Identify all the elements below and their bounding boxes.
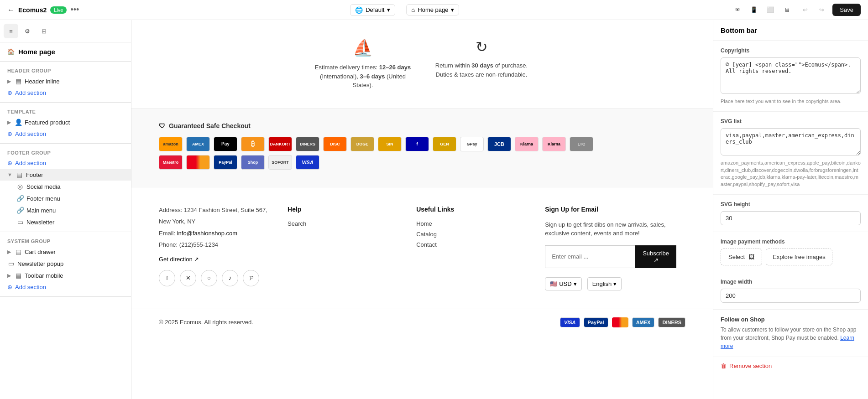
undo-button[interactable]: ↩	[798, 3, 812, 17]
remove-section-button[interactable]: 🗑 Remove section	[713, 357, 868, 375]
device-btn-eye[interactable]: 👁	[730, 3, 745, 17]
sidebar-item-toolbar-mobile[interactable]: ▶ ▤ Toolbar mobile	[0, 269, 131, 281]
copyright-text: © 2025 Ecomus. All rights reserved.	[159, 319, 253, 326]
select-button[interactable]: Select 🖼	[721, 249, 762, 265]
svg-height-input[interactable]	[721, 211, 861, 225]
redo-button[interactable]: ↪	[814, 3, 829, 17]
page-content: ⛵ Estimate delivery times: 12–26 days (I…	[131, 20, 713, 336]
shipping-item-delivery: ⛵ Estimate delivery times: 12–26 days (I…	[313, 38, 413, 90]
sidebar-apps-icon[interactable]: ⊞	[37, 24, 51, 38]
device-btn-tablet[interactable]: ⬜	[763, 3, 778, 17]
sidebar-item-footer-menu[interactable]: 🔗 Footer menu	[0, 192, 131, 204]
sidebar-system-group: System Group ▶ ▤ Cart drawer ▭ Newslette…	[0, 232, 131, 297]
theme-selector[interactable]: 🌐 Default ▾	[350, 4, 395, 16]
toolbar-mobile-label: Toolbar mobile	[25, 272, 63, 279]
payment-amex: AMEX	[186, 137, 210, 151]
chevron-right-icon: ▶	[7, 273, 11, 279]
bottom-payment-icons: VISA PayPal AMEX DINERS	[560, 317, 685, 327]
left-sidebar: ≡ ⚙ ⊞ 🏠 Home page Header Group ▶ ▤ Heade…	[0, 20, 131, 399]
footer-link-home[interactable]: Home	[416, 220, 536, 227]
currency-selector[interactable]: 🇺🇸 USD ▾	[545, 277, 581, 290]
footer-link-search[interactable]: Search	[288, 220, 407, 227]
footer-address-street: Address: 1234 Fashion Street, Suite 567,	[159, 206, 278, 215]
sidebar-settings-icon[interactable]: ⚙	[20, 24, 35, 38]
right-panel-title: Bottom bar	[721, 26, 757, 34]
panel-copyrights-section: Copyrights © [year] <span class="">Ecomu…	[713, 41, 868, 112]
sidebar-title: Home page	[18, 48, 55, 56]
live-badge: Live	[50, 6, 67, 14]
main-menu-label: Main menu	[26, 207, 56, 214]
payment-maestro: Maestro	[159, 155, 183, 170]
footer-link-contact[interactable]: Contact	[416, 241, 536, 248]
sidebar-item-social-media[interactable]: ◎ Social media	[0, 181, 131, 192]
sidebar-item-footer[interactable]: ▼ ▤ Footer	[0, 169, 131, 181]
payment-dankort: DANKORT	[268, 137, 292, 151]
image-width-input[interactable]	[721, 289, 861, 303]
sidebar-footer-group: Footer Group ⊕ Add section ▼ ▤ Footer ◎ …	[0, 144, 131, 232]
svg-list-hint: amazon_payments,american_express,apple_p…	[721, 160, 861, 188]
app-name: Ecomus2	[18, 6, 47, 14]
language-label: English	[592, 280, 612, 287]
language-selector[interactable]: English ▾	[587, 277, 622, 290]
footer-group-label: Footer Group	[0, 147, 131, 157]
svg-list-textarea[interactable]: visa,paypal,master,american_express,dine…	[721, 128, 861, 155]
grid-icon: ▤	[15, 78, 22, 85]
device-btn-desktop[interactable]: 🖥	[779, 3, 794, 17]
back-icon[interactable]: ←	[7, 6, 15, 14]
payment-mastercard	[186, 155, 210, 170]
sidebar-item-cart-drawer[interactable]: ▶ ▤ Cart drawer	[0, 246, 131, 258]
sidebar-layers-icon[interactable]: ≡	[4, 24, 18, 38]
pinterest-icon[interactable]: 𝓟	[243, 270, 259, 286]
x-icon[interactable]: ✕	[180, 270, 196, 286]
explore-images-button[interactable]: Explore free images	[766, 249, 832, 265]
email-signup-row: Subscribe ↗	[545, 245, 676, 268]
follow-text: To allow customers to follow your store …	[721, 326, 861, 350]
payment-jcb: JCB	[487, 137, 511, 151]
footer-label: Footer	[26, 171, 43, 178]
footer-direction-link[interactable]: Get direction ↗	[159, 256, 199, 263]
page-label: Home page	[418, 6, 448, 13]
copyrights-textarea[interactable]: © [year] <span class="">Ecomus</span>. A…	[721, 57, 861, 94]
shield-icon: 🛡	[159, 122, 165, 130]
sidebar-item-newsletter[interactable]: ▭ Newsletter	[0, 216, 131, 228]
plus-icon: ⊕	[7, 284, 12, 290]
footer-phone: Phone: (212)555-1234	[159, 240, 278, 249]
plus-icon: ⊕	[7, 160, 12, 166]
remove-section-label: Remove section	[729, 363, 772, 369]
bottom-mastercard-icon	[612, 317, 628, 327]
more-menu-icon[interactable]: •••	[70, 5, 79, 15]
currency-chevron: ▾	[574, 280, 577, 287]
sidebar-template-group: Template ▶ 👤 Featured product ⊕ Add sect…	[0, 103, 131, 144]
footer-link-catalog[interactable]: Catalog	[416, 231, 536, 238]
payment-dogecoin: DOGE	[350, 137, 374, 151]
sidebar-item-featured-product[interactable]: ▶ 👤 Featured product	[0, 116, 131, 128]
sidebar-item-main-menu[interactable]: 🔗 Main menu	[0, 204, 131, 216]
facebook-icon[interactable]: f	[159, 270, 175, 286]
subscribe-button[interactable]: Subscribe ↗	[635, 245, 676, 268]
sidebar-item-header-inline[interactable]: ▶ ▤ Header inline	[0, 75, 131, 87]
footer-menu-label: Footer menu	[26, 195, 60, 202]
sidebar-item-newsletter-popup[interactable]: ▭ Newsletter popup	[0, 258, 131, 269]
instagram-icon[interactable]: ○	[201, 270, 217, 286]
flag-icon: 🇺🇸	[550, 280, 557, 287]
save-button[interactable]: Save	[832, 4, 861, 16]
email-input[interactable]	[545, 245, 635, 268]
guaranteed-label: 🛡 Guaranteed Safe Checkout	[159, 122, 685, 130]
sidebar-home-icon: 🏠	[7, 48, 15, 55]
add-section-system-btn[interactable]: ⊕ Add section	[0, 281, 131, 293]
bottom-visa-icon: VISA	[560, 317, 580, 327]
header-inline-label: Header inline	[25, 78, 60, 85]
bottom-diners-icon: DINERS	[658, 317, 685, 327]
add-section-template-btn[interactable]: ⊕ Add section	[0, 128, 131, 140]
add-section-footer-top-btn[interactable]: ⊕ Add section	[0, 157, 131, 169]
topbar-center: 🌐 Default ▾ ⌂ Home page ▾	[84, 4, 725, 16]
home-page-icon: ⌂	[411, 6, 415, 13]
add-section-template-label: Add section	[15, 130, 46, 137]
device-btn-mobile-shake[interactable]: 📱	[747, 3, 761, 17]
tiktok-icon[interactable]: ♪	[222, 270, 238, 286]
panel-image-payment-section: Image payment methods Select 🖼 Explore f…	[713, 232, 868, 272]
page-selector[interactable]: ⌂ Home page ▾	[406, 4, 459, 16]
bottom-bar: © 2025 Ecomus. All rights reserved. VISA…	[131, 309, 713, 336]
payment-section: 🛡 Guaranteed Safe Checkout amazon AMEX P…	[131, 109, 713, 187]
add-section-header-btn[interactable]: ⊕ Add section	[0, 87, 131, 98]
